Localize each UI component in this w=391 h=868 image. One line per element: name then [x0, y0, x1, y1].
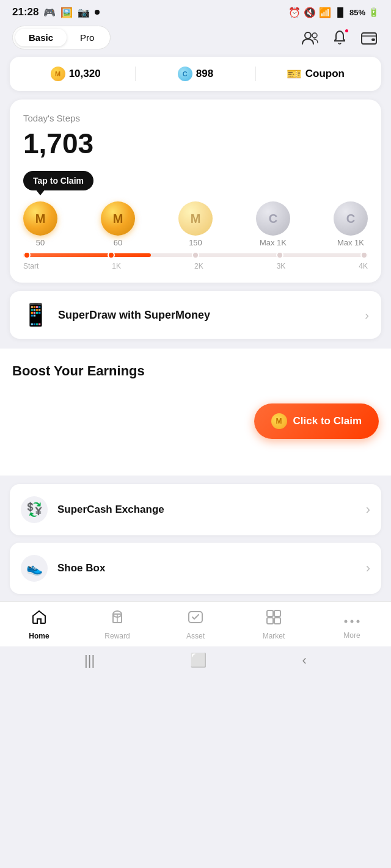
steps-count: 1,703: [23, 127, 368, 160]
label-start: Start: [23, 262, 38, 270]
boost-content: M Click to Claim: [12, 403, 379, 439]
svg-rect-2: [362, 33, 376, 44]
supercash-left: 💱 SuperCash Exchange: [21, 496, 164, 523]
superdraw-text: SuperDraw with SuperMoney: [58, 309, 210, 322]
status-battery-icon: 🔋: [368, 7, 379, 17]
c-coin-balance[interactable]: C 898: [136, 67, 255, 81]
milestone-0[interactable]: M 50: [23, 201, 57, 247]
svg-rect-11: [274, 618, 280, 624]
status-battery: 85%: [349, 8, 365, 17]
supercash-exchange-item[interactable]: 💱 SuperCash Exchange ›: [10, 484, 381, 535]
svg-point-0: [305, 32, 311, 38]
nav-asset[interactable]: Asset: [156, 609, 235, 640]
dot-1: [108, 251, 115, 259]
status-gallery-icon: 🖼️: [60, 7, 73, 18]
label-4k: 4K: [359, 262, 368, 270]
superdraw-chevron-icon: ›: [365, 308, 369, 322]
superdraw-phone-icon: 📱: [22, 302, 49, 328]
label-3k: 3K: [277, 262, 286, 270]
c-coin-icon: C: [178, 67, 192, 81]
nav-home[interactable]: Home: [0, 609, 78, 640]
coupon-item[interactable]: 🎫 Coupon: [256, 67, 375, 81]
shoebox-chevron-icon: ›: [366, 560, 370, 576]
m-coin-value: 10,320: [69, 68, 101, 80]
click-to-claim-button[interactable]: M Click to Claim: [254, 403, 379, 439]
status-mute-icon: 🔇: [304, 7, 316, 18]
milestone-value-3: Max 1K: [260, 238, 287, 247]
wallet-icon[interactable]: [359, 28, 379, 48]
header-nav: Basic Pro: [0, 22, 391, 57]
milestone-4: C Max 1K: [334, 201, 368, 247]
milestone-1[interactable]: M 60: [101, 201, 135, 247]
dot-3: [276, 251, 283, 259]
c-coin-value: 898: [196, 68, 213, 80]
svg-point-13: [351, 620, 354, 623]
svg-rect-9: [274, 610, 280, 617]
coupon-label: Coupon: [305, 68, 345, 80]
android-home-icon[interactable]: ⬜: [190, 653, 206, 668]
steps-card: Today's Steps 1,703 Tap to Claim M 50 M …: [10, 99, 381, 283]
status-dot: [95, 10, 100, 15]
label-2k: 2K: [194, 262, 203, 270]
tap-to-claim-tooltip[interactable]: Tap to Claim: [23, 171, 93, 190]
milestone-coin-3: C: [256, 201, 290, 236]
supercash-chevron-icon: ›: [366, 502, 370, 518]
milestone-coin-2: M: [178, 201, 213, 236]
milestone-3: C Max 1K: [256, 201, 290, 247]
svg-point-14: [357, 620, 360, 623]
more-label: More: [343, 631, 360, 640]
basic-plan-button[interactable]: Basic: [15, 29, 67, 46]
reward-label: Reward: [104, 632, 130, 640]
svg-rect-10: [267, 618, 273, 624]
android-back-icon[interactable]: |||: [84, 653, 95, 668]
friends-icon[interactable]: [301, 28, 320, 48]
claim-btn-coin-icon: M: [271, 413, 287, 429]
nav-market[interactable]: Market: [235, 609, 313, 640]
dot-2: [192, 251, 199, 259]
milestone-value-4: Max 1K: [337, 238, 364, 247]
superdraw-card[interactable]: 📱 SuperDraw with SuperMoney ›: [10, 291, 381, 339]
status-alarm-icon: ⏰: [288, 7, 301, 18]
shoe-box-item[interactable]: 👟 Shoe Box ›: [10, 543, 381, 594]
home-icon: [31, 609, 47, 629]
reward-icon: [109, 609, 125, 629]
home-label: Home: [29, 632, 49, 640]
status-time: 21:28: [12, 6, 38, 18]
milestone-coin-4: C: [334, 201, 368, 236]
nav-reward[interactable]: Reward: [78, 609, 156, 640]
milestone-value-2: 150: [189, 238, 202, 247]
milestone-2[interactable]: M 150: [178, 201, 213, 247]
plan-toggle: Basic Pro: [12, 26, 111, 49]
currency-bar: M 10,320 C 898 🎫 Coupon: [10, 57, 381, 91]
status-wifi-icon: 📶: [319, 7, 331, 18]
coupon-icon: 🎫: [287, 67, 302, 81]
bottom-nav: Home Reward Asset: [0, 601, 391, 646]
nav-more[interactable]: More: [313, 610, 391, 640]
notification-bell-icon[interactable]: [330, 28, 349, 48]
shoebox-left: 👟 Shoe Box: [21, 555, 105, 582]
pro-plan-button[interactable]: Pro: [67, 29, 108, 46]
more-icon: [344, 610, 360, 629]
android-nav: ||| ⬜ ‹: [0, 646, 391, 677]
status-gamepad-icon: 🎮: [43, 7, 56, 18]
status-bar: 21:28 🎮 🖼️ 📷 ⏰ 🔇 📶 ▐▌ 85% 🔋: [0, 0, 391, 22]
svg-rect-3: [371, 38, 375, 41]
android-recents-icon[interactable]: ‹: [302, 653, 307, 668]
asset-label: Asset: [186, 632, 205, 640]
superdraw-left: 📱 SuperDraw with SuperMoney: [22, 302, 210, 328]
milestone-value-0: 50: [36, 238, 45, 247]
milestone-coin-0: M: [23, 201, 57, 236]
header-actions: [301, 28, 379, 48]
claim-btn-label: Click to Claim: [293, 415, 362, 427]
notification-badge: [344, 28, 349, 34]
dot-4: [360, 251, 368, 259]
market-label: Market: [263, 632, 285, 640]
dot-0: [23, 251, 31, 259]
boost-section: Boost Your Earnings M Click to Claim: [0, 349, 391, 476]
milestone-labels: Start 1K 2K 3K 4K: [23, 262, 368, 270]
label-1k: 1K: [112, 262, 121, 270]
svg-point-1: [312, 33, 317, 38]
m-coin-balance[interactable]: M 10,320: [16, 67, 135, 81]
status-signal-icon: ▐▌: [334, 7, 346, 17]
milestone-coin-1: M: [101, 201, 135, 236]
